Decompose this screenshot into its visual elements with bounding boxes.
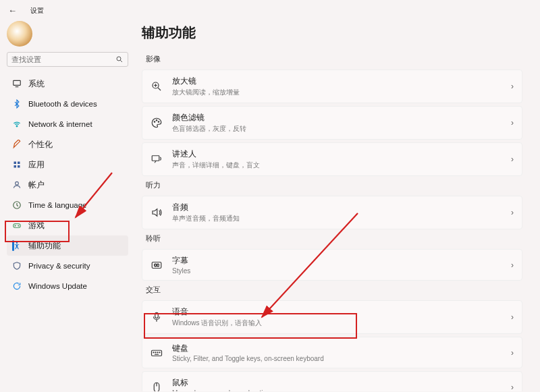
svg-point-12: [18, 225, 19, 226]
svg-point-29: [157, 352, 158, 352]
svg-point-28: [155, 352, 156, 352]
chevron-right-icon: ›: [511, 118, 514, 128]
magnifier-icon: [151, 80, 163, 92]
card-title: 放大镜: [172, 76, 502, 87]
card-subtitle: Sticky, Filter, and Toggle keys, on-scre…: [172, 355, 502, 362]
card-subtitle: Windows 语音识别，语音输入: [172, 318, 502, 328]
card-subtitle: Styles: [172, 267, 502, 275]
chevron-right-icon: ›: [511, 82, 514, 91]
sidebar: 系统 Bluetooth & devices Network & interne…: [0, 17, 135, 391]
system-icon: [12, 79, 22, 88]
section-interaction-label: 交互: [146, 285, 522, 295]
sidebar-item-bluetooth[interactable]: Bluetooth & devices: [7, 94, 128, 114]
main-content: 辅助功能 影像 放大镜 放大镜阅读，缩放增量 › 颜色滤镜 色盲筛选器，灰度，反…: [135, 17, 540, 391]
sidebar-item-network[interactable]: Network & internet: [7, 114, 128, 134]
svg-line-1: [120, 60, 122, 62]
sidebar-item-label: Privacy & security: [28, 262, 90, 270]
chevron-right-icon: ›: [511, 155, 514, 164]
svg-line-15: [158, 88, 161, 90]
svg-rect-24: [155, 312, 159, 318]
card-keyboard[interactable]: 键盘 Sticky, Filter, and Toggle keys, on-s…: [142, 337, 522, 368]
back-button[interactable]: ←: [8, 5, 17, 16]
card-subtitle: 单声道音频，音频通知: [172, 214, 502, 223]
card-subtitle: 声音，详细详细，键盘，盲文: [172, 161, 502, 170]
card-title: 语音: [172, 306, 502, 318]
card-subtitle: Mouse keys, speed, acceleration: [172, 389, 502, 391]
card-title: 音频: [172, 202, 502, 213]
card-magnifier[interactable]: 放大镜 放大镜阅读，缩放增量 ›: [142, 69, 522, 103]
sidebar-item-time-language[interactable]: Time & language: [7, 195, 128, 215]
card-subtitle: 色盲筛选器，灰度，反转: [172, 124, 502, 134]
sidebar-item-personalization[interactable]: 个性化: [7, 134, 128, 155]
card-title: 讲述人: [172, 148, 502, 160]
sidebar-item-accounts[interactable]: 帐户: [7, 175, 128, 195]
sidebar-item-label: 游戏: [28, 221, 45, 231]
sidebar-item-label: 辅助功能: [28, 241, 61, 251]
sidebar-item-label: 帐户: [28, 180, 45, 190]
gaming-icon: [12, 221, 22, 230]
svg-rect-6: [18, 162, 20, 165]
bluetooth-icon: [12, 99, 22, 109]
card-subtitle: 放大镜阅读，缩放增量: [172, 88, 502, 97]
sidebar-item-label: Bluetooth & devices: [28, 100, 97, 108]
chevron-right-icon: ›: [511, 312, 514, 322]
section-vision-label: 影像: [146, 54, 522, 64]
svg-rect-7: [14, 165, 17, 168]
section-hearing-label: 听力: [146, 180, 522, 190]
svg-rect-11: [14, 224, 21, 228]
cc-icon: CC: [151, 259, 163, 271]
sidebar-item-apps[interactable]: 应用: [7, 155, 128, 175]
search-input[interactable]: [11, 55, 115, 63]
sidebar-item-label: 应用: [28, 160, 45, 170]
apps-icon: [12, 160, 22, 169]
sidebar-item-accessibility[interactable]: 辅助功能: [7, 235, 128, 256]
card-mouse[interactable]: 鼠标 Mouse keys, speed, acceleration ›: [142, 371, 522, 391]
sidebar-item-system[interactable]: 系统: [7, 74, 128, 94]
keyboard-icon: [151, 347, 163, 359]
mic-icon: [151, 311, 163, 323]
svg-rect-26: [152, 350, 162, 356]
card-title: 字幕: [172, 255, 502, 267]
chevron-right-icon: ›: [511, 260, 514, 270]
audio-icon: [151, 206, 163, 219]
sidebar-item-windows-update[interactable]: Windows Update: [7, 276, 128, 296]
svg-rect-21: [152, 156, 159, 161]
sidebar-item-label: Windows Update: [28, 282, 87, 290]
card-title: 颜色滤镜: [172, 112, 502, 123]
shield-icon: [12, 261, 22, 271]
svg-rect-2: [14, 80, 21, 85]
svg-point-0: [117, 57, 121, 61]
svg-point-18: [154, 121, 155, 123]
nav-list: 系统 Bluetooth & devices Network & interne…: [7, 74, 128, 296]
card-title: 鼠标: [172, 377, 502, 389]
svg-rect-8: [18, 165, 20, 168]
card-audio[interactable]: 音频 单声道音频，音频通知 ›: [142, 196, 522, 229]
svg-point-9: [16, 181, 19, 185]
update-icon: [12, 281, 22, 291]
sidebar-item-label: 个性化: [28, 140, 53, 150]
window-title: 设置: [30, 6, 44, 16]
sidebar-item-label: Time & language: [28, 201, 87, 209]
sidebar-item-privacy[interactable]: Privacy & security: [7, 256, 128, 276]
active-indicator: [12, 240, 14, 251]
card-narrator[interactable]: 讲述人 声音，详细详细，键盘，盲文 ›: [142, 142, 522, 176]
chevron-right-icon: ›: [511, 348, 514, 358]
svg-point-20: [158, 121, 159, 123]
search-icon: [115, 55, 124, 63]
card-captions[interactable]: CC 字幕 Styles ›: [142, 249, 522, 281]
svg-text:CC: CC: [154, 263, 159, 267]
brush-icon: [12, 140, 22, 149]
svg-point-27: [153, 352, 154, 352]
search-box[interactable]: [7, 52, 128, 67]
svg-point-13: [16, 242, 18, 244]
palette-icon: [151, 117, 163, 129]
section-deaf-label: 聆听: [146, 233, 522, 244]
svg-point-30: [159, 352, 160, 352]
card-title: 键盘: [172, 343, 502, 354]
page-title: 辅助功能: [142, 24, 522, 42]
card-speech[interactable]: 语音 Windows 语音识别，语音输入 ›: [142, 300, 522, 334]
card-color-filters[interactable]: 颜色滤镜 色盲筛选器，灰度，反转 ›: [142, 106, 522, 140]
avatar[interactable]: [7, 21, 32, 47]
sidebar-item-gaming[interactable]: 游戏: [7, 215, 128, 235]
chevron-right-icon: ›: [511, 383, 514, 392]
